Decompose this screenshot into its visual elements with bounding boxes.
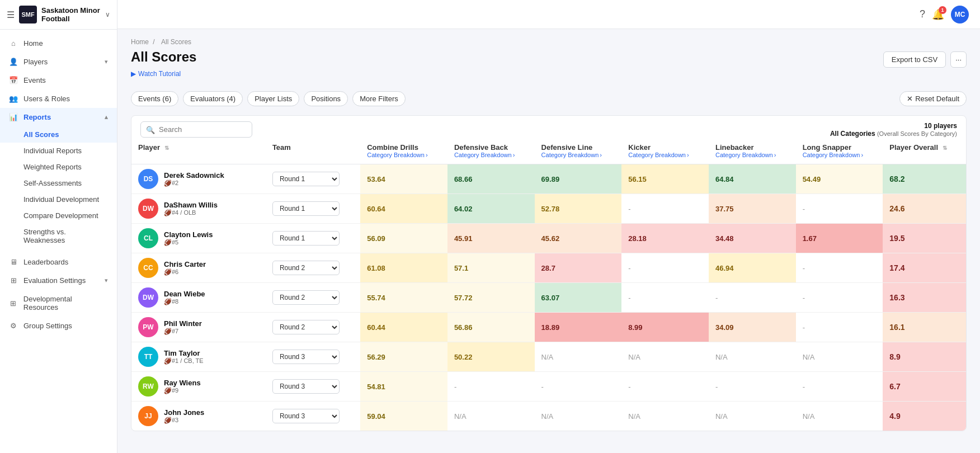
filter-evaluators[interactable]: Evaluators (4) [183,91,243,106]
linebacker-breakdown-link[interactable]: Category Breakdown › [715,152,789,158]
filter-events[interactable]: Events (6) [131,91,178,106]
notification-bell-wrap[interactable]: 🔔 1 [932,8,944,21]
col-kicker[interactable]: Kicker Category Breakdown › [621,138,709,164]
player-overall-cell: 68.2 [883,164,966,194]
sidebar-item-evaluation-settings[interactable]: ⊞ Evaluation Settings ▾ [0,271,117,290]
export-csv-button[interactable]: Export to CSV [883,51,946,68]
col-linebacker[interactable]: Linebacker Category Breakdown › [709,138,796,164]
users-icon: 👥 [9,95,18,103]
sidebar-item-individual-development[interactable]: Individual Development [0,191,117,207]
player-overall-cell: 24.6 [883,194,966,224]
player-number: 🏈#6 [164,268,206,276]
col-team[interactable]: Team [266,138,360,164]
table-row: RW Ray Wiens 🏈#9 Round 354.81-----6.7 [131,372,966,402]
sidebar-item-individual-reports[interactable]: Individual Reports [0,143,117,159]
player-cell: CL Clayton Lewis 🏈#5 [131,224,266,253]
table-row: DW DaShawn Willis 🏈#4 / OLB Round 160.64… [131,194,966,224]
score-cell: 60.64 [360,194,447,224]
org-chevron-icon[interactable]: ∨ [105,11,110,18]
score-cell: 56.86 [447,313,535,342]
sidebar-item-label: Events [23,76,46,84]
table-row: DS Derek Sadownick 🏈#2 Round 153.6468.66… [131,164,966,194]
sidebar-item-strengths-weaknesses[interactable]: Strengths vs. Weaknesses [0,224,117,248]
arrow-icon: › [861,152,863,158]
player-number: 🏈#5 [164,239,213,246]
team-select[interactable]: Round 1 [272,201,340,216]
score-cell: 57.72 [447,283,535,313]
kicker-breakdown-link[interactable]: Category Breakdown › [628,152,702,158]
table-body: DS Derek Sadownick 🏈#2 Round 153.6468.66… [131,164,966,431]
score-cell: - [447,372,535,402]
events-icon: 📅 [9,76,18,84]
main-content: ? 🔔 1 MC Home / All Scores All Scores Ex… [117,0,980,453]
reset-default-button[interactable]: ✕ Reset Default [899,91,967,106]
search-wrap: 🔍 [140,121,252,138]
sidebar-item-users-roles[interactable]: 👥 Users & Roles [0,89,117,108]
user-avatar[interactable]: MC [951,6,969,23]
sidebar-item-group-settings[interactable]: ⚙ Group Settings [0,317,117,335]
team-select[interactable]: Round 2 [272,290,340,305]
player-name: John Jones [164,408,204,417]
col-long-snapper[interactable]: Long Snapper Category Breakdown › [796,138,883,164]
score-cell: 60.44 [360,313,447,342]
team-cell: Round 3 [266,402,360,431]
sidebar-item-leaderboards[interactable]: 🖥 Leaderboards [0,253,117,271]
sidebar-item-home[interactable]: ⌂ Home [0,34,117,53]
sidebar-item-developmental-resources[interactable]: ⊞ Developmental Resources [0,290,117,317]
col-player-overall[interactable]: Player Overall ⇅ [883,138,966,164]
player-overall-cell: 19.5 [883,224,966,253]
filter-positions[interactable]: Positions [304,91,348,106]
help-icon[interactable]: ? [920,8,925,20]
breadcrumb-home[interactable]: Home [131,38,149,46]
score-cell: 50.22 [447,342,535,372]
sidebar-nav: ⌂ Home 👤 Players ▾ 📅 Events 👥 Users & Ro… [0,30,117,453]
combine-drills-breakdown-link[interactable]: Category Breakdown › [367,152,441,158]
col-defensive-back[interactable]: Defensive Back Category Breakdown › [447,138,535,164]
team-select[interactable]: Round 1 [272,172,340,186]
sidebar-item-players[interactable]: 👤 Players ▾ [0,53,117,71]
defensive-back-breakdown-link[interactable]: Category Breakdown › [454,152,528,158]
sidebar-item-compare-development[interactable]: Compare Development [0,207,117,224]
watch-tutorial-link[interactable]: ▶ Watch Tutorial [131,70,967,78]
player-avatar-initials: DW [143,205,154,213]
search-input[interactable] [140,121,252,138]
page-title: All Scores [131,49,196,65]
col-defensive-line[interactable]: Defensive Line Category Breakdown › [535,138,622,164]
player-cell: DS Derek Sadownick 🏈#2 [131,164,266,194]
col-combine-drills[interactable]: Combine Drills Category Breakdown › [360,138,447,164]
score-cell: - [621,253,709,283]
sidebar-item-all-scores[interactable]: All Scores [0,126,117,143]
dev-resources-icon: ⊞ [9,299,18,308]
arrow-icon: › [513,152,515,158]
score-cell: N/A [621,342,709,372]
filter-more[interactable]: More Filters [352,91,406,106]
team-select[interactable]: Round 3 [272,379,340,394]
filter-player-lists[interactable]: Player Lists [247,91,299,106]
score-cell: 54.81 [360,372,447,402]
org-logo: SMF [19,6,37,23]
team-select[interactable]: Round 2 [272,261,340,275]
score-cell: - [535,372,622,402]
score-cell: N/A [796,342,883,372]
player-number: 🏈#9 [164,387,201,394]
team-select[interactable]: Round 2 [272,320,340,334]
long-snapper-breakdown-link[interactable]: Category Breakdown › [803,152,877,158]
player-overall-cell: 4.9 [883,402,966,431]
team-select[interactable]: Round 3 [272,350,340,364]
hamburger-icon[interactable]: ☰ [7,10,15,20]
score-cell: - [796,372,883,402]
score-cell: 8.99 [621,313,709,342]
team-select[interactable]: Round 3 [272,409,340,423]
score-cell: 34.09 [709,313,796,342]
defensive-line-breakdown-link[interactable]: Category Breakdown › [541,152,615,158]
sidebar-item-events[interactable]: 📅 Events [0,71,117,89]
team-select[interactable]: Round 1 [272,231,340,246]
sidebar-item-weighted-reports[interactable]: Weighted Reports [0,159,117,175]
sidebar-item-reports[interactable]: 📊 Reports ▴ [0,108,117,126]
col-player[interactable]: Player ⇅ [131,138,266,164]
more-options-button[interactable]: ··· [950,51,967,68]
eval-settings-arrow-icon: ▾ [105,277,108,284]
sidebar-item-self-assessments[interactable]: Self-Assessments [0,175,117,191]
breadcrumb-current: All Scores [161,38,191,46]
player-name: DaShawn Willis [164,201,218,209]
